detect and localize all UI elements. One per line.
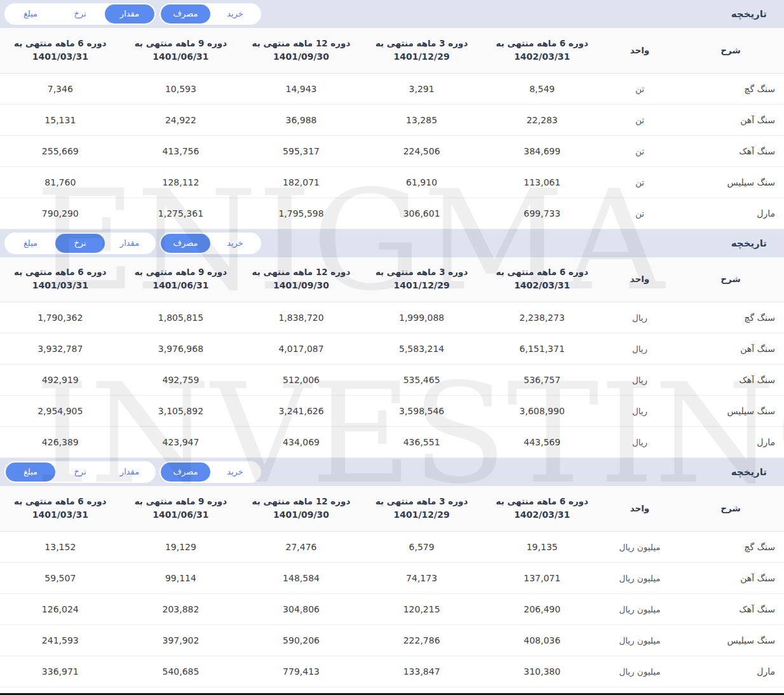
header-row: شرح واحد دوره 6 ماهه منتهی به1402/03/31 … — [0, 486, 784, 531]
tab-nerkh[interactable]: نرخ — [55, 462, 105, 482]
cell-value: 443,569 — [482, 427, 602, 458]
table-row: مارلمیلیون ریال310,380133,847779,413540,… — [0, 656, 784, 687]
cell-value: 148,584 — [241, 562, 362, 593]
col-header-period: دوره 12 ماهه منتهی به1401/09/30 — [241, 28, 362, 73]
cell-value: 113,061 — [482, 166, 602, 198]
cell-value: 7,346 — [0, 73, 121, 104]
tab-strip: تاریخچه خرید مصرف مقدار نرخ مبلغ — [0, 0, 784, 28]
row-unit: میلیون ریال — [602, 531, 677, 562]
row-label: سنگ گچ — [677, 73, 784, 104]
cell-value: 426,389 — [0, 427, 121, 458]
tab-meghdar[interactable]: مقدار — [105, 462, 154, 482]
data-table-amount: شرح واحد دوره 6 ماهه منتهی به1402/03/31 … — [0, 486, 784, 687]
cell-value: 1,838,720 — [241, 302, 362, 334]
table-row: سنگ آهنریال6,151,3715,583,2144,017,0873,… — [0, 334, 784, 365]
row-unit: ریال — [602, 365, 677, 396]
cell-value: 535,465 — [362, 365, 482, 396]
row-label: سنگ آهک — [677, 135, 784, 166]
cell-value: 36,988 — [241, 104, 362, 135]
header-row: شرح واحد دوره 6 ماهه منتهی به1402/03/31 … — [0, 28, 784, 73]
row-unit: ریال — [602, 427, 677, 458]
tab-nerkh[interactable]: نرخ — [55, 234, 105, 253]
tab-history[interactable]: تاریخچه — [731, 238, 767, 249]
row-label: مارل — [677, 198, 784, 229]
cell-value: 120,215 — [362, 593, 482, 624]
row-unit: ریال — [602, 302, 677, 334]
cell-value: 384,699 — [482, 135, 602, 166]
cell-value: 408,036 — [482, 624, 602, 656]
tab-strip: تاریخچه خرید مصرف مقدار نرخ مبلغ — [0, 229, 784, 257]
tab-groups: خرید مصرف مقدار نرخ مبلغ — [4, 461, 261, 483]
tab-nerkh[interactable]: نرخ — [55, 4, 105, 24]
row-unit: میلیون ریال — [602, 624, 677, 656]
cell-value: 492,759 — [121, 365, 241, 396]
table-row: سنگ سیلیستن113,06161,910182,071128,11281… — [0, 166, 784, 198]
tab-mablagh[interactable]: مبلغ — [6, 234, 55, 253]
cell-value: 3,976,968 — [121, 334, 241, 365]
table-row: سنگ آهنتن22,28313,28536,98824,92215,131 — [0, 104, 784, 135]
col-header-period: دوره 6 ماهه منتهی به1401/03/31 — [0, 257, 121, 302]
cell-value: 24,922 — [121, 104, 241, 135]
col-header-period: دوره 3 ماهه منتهی به1401/12/29 — [362, 257, 482, 302]
table-row: سنگ آهکریال536,757535,465512,006492,7594… — [0, 365, 784, 396]
tab-masraf[interactable]: مصرف — [161, 462, 210, 482]
col-header-desc: شرح — [677, 28, 784, 73]
col-header-period: دوره 9 ماهه منتهی به1401/06/31 — [121, 486, 241, 531]
cell-value: 19,135 — [482, 531, 602, 562]
col-header-period: دوره 9 ماهه منتهی به1401/06/31 — [121, 257, 241, 302]
header-row: شرح واحد دوره 6 ماهه منتهی به1402/03/31 … — [0, 257, 784, 302]
data-table-quantity: شرح واحد دوره 6 ماهه منتهی به1402/03/31 … — [0, 28, 784, 229]
cell-value: 306,601 — [362, 198, 482, 229]
col-header-period: دوره 6 ماهه منتهی به1401/03/31 — [0, 486, 121, 531]
tab-meghdar[interactable]: مقدار — [105, 234, 154, 253]
cell-value: 699,733 — [482, 198, 602, 229]
col-header-period: دوره 12 ماهه منتهی به1401/09/30 — [241, 257, 362, 302]
buy-tab-group: خرید مصرف — [159, 461, 261, 483]
row-unit: تن — [602, 166, 677, 198]
cell-value: 59,507 — [0, 562, 121, 593]
cell-value: 3,105,892 — [121, 396, 241, 427]
cell-value: 3,608,990 — [482, 396, 602, 427]
cell-value: 13,285 — [362, 104, 482, 135]
tab-meghdar[interactable]: مقدار — [105, 4, 154, 24]
cell-value: 14,943 — [241, 73, 362, 104]
tab-history[interactable]: تاریخچه — [731, 8, 767, 20]
row-label: مارل — [677, 656, 784, 687]
tab-kharid[interactable]: خرید — [210, 234, 260, 253]
table-row: سنگ آهکتن384,699224,506595,317413,756255… — [0, 135, 784, 166]
col-header-period: دوره 9 ماهه منتهی به1401/06/31 — [121, 28, 241, 73]
tab-mablagh[interactable]: مبلغ — [6, 4, 55, 24]
tab-history[interactable]: تاریخچه — [731, 466, 767, 478]
tab-kharid[interactable]: خرید — [210, 462, 260, 482]
cell-value: 436,551 — [362, 427, 482, 458]
cell-value: 13,152 — [0, 531, 121, 562]
cell-value: 1,790,362 — [0, 302, 121, 334]
col-header-desc: شرح — [677, 257, 784, 302]
row-unit: میلیون ریال — [602, 562, 677, 593]
cell-value: 2,954,905 — [0, 396, 121, 427]
buy-tab-group: خرید مصرف — [159, 3, 261, 25]
tab-kharid[interactable]: خرید — [210, 4, 260, 24]
col-header-period: دوره 6 ماهه منتهی به1402/03/31 — [482, 28, 602, 73]
cell-value: 397,902 — [121, 624, 241, 656]
row-label: سنگ آهن — [677, 104, 784, 135]
table-row: سنگ آهکمیلیون ریال206,490120,215304,8062… — [0, 593, 784, 624]
row-unit: میلیون ریال — [602, 656, 677, 687]
tab-masraf[interactable]: مصرف — [161, 234, 210, 253]
row-label: سنگ سیلیس — [677, 396, 784, 427]
row-unit: ریال — [602, 334, 677, 365]
cell-value: 6,579 — [362, 531, 482, 562]
measure-tab-group: مقدار نرخ مبلغ — [4, 233, 156, 254]
cell-value: 595,317 — [241, 135, 362, 166]
cell-value: 6,151,371 — [482, 334, 602, 365]
cell-value: 128,112 — [121, 166, 241, 198]
cell-value: 3,291 — [362, 73, 482, 104]
tab-mablagh[interactable]: مبلغ — [6, 462, 55, 482]
cell-value: 1,999,088 — [362, 302, 482, 334]
buy-tab-group: خرید مصرف — [159, 233, 261, 254]
cell-value: 61,910 — [362, 166, 482, 198]
cell-value: 336,971 — [0, 656, 121, 687]
col-header-period: دوره 3 ماهه منتهی به1401/12/29 — [362, 28, 482, 73]
tab-masraf[interactable]: مصرف — [161, 4, 210, 24]
cell-value: 590,206 — [241, 624, 362, 656]
